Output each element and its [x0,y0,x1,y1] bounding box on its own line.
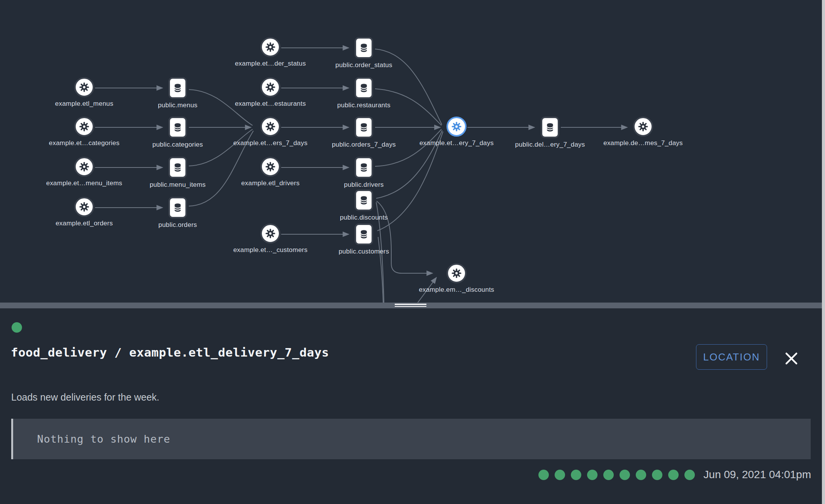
graph-node-menus[interactable]: public.menus [131,77,224,109]
op-node-icon [260,117,280,137]
graph-node-delivery-times[interactable]: example.de…mes_7_days [597,117,689,147]
graph-edges [0,0,825,303]
gear-icon [450,267,463,280]
graph-node-email-discounts[interactable]: example.em…_discounts [410,263,503,294]
database-icon [171,121,184,134]
empty-state-box: Nothing to show here [11,419,811,459]
graph-node-customers[interactable]: public.customers [317,223,410,255]
node-label: example.et…ery_7_days [410,139,503,147]
node-label: example.et…der_status [224,60,317,68]
table-node-icon [355,189,373,211]
run-status-dot[interactable] [603,470,614,480]
last-run-timestamp: Jun 09, 2021 04:01pm [703,468,811,481]
dagit-app: example.etl_menus public.menus example.e… [0,0,825,504]
graph-node-discounts[interactable]: public.discounts [317,189,410,222]
gear-icon [78,160,91,173]
panel-resize-divider[interactable] [0,303,825,308]
gear-icon [264,227,277,240]
status-dot [12,322,22,333]
run-status-dot[interactable] [555,470,565,480]
run-status-dot[interactable] [668,470,679,480]
gear-icon [637,120,650,133]
graph-node-etl-menu-items[interactable]: example.et…menu_items [38,157,131,187]
node-label: example.etl_drivers [224,179,317,187]
graph-node-etl-drivers[interactable]: example.etl_drivers [224,157,317,187]
node-label: example.etl_menus [38,100,131,108]
graph-node-restaurants[interactable]: public.restaurants [317,77,410,109]
gear-icon [264,81,277,94]
op-node-icon [74,157,94,177]
node-label: example.et…menu_items [38,179,131,187]
empty-state-message: Nothing to show here [37,433,170,445]
run-status-dot[interactable] [636,470,646,480]
node-label: public.menus [131,101,224,109]
node-label: public.categories [131,141,224,149]
gear-icon [264,160,277,173]
graph-node-etl-categories[interactable]: example.et…categories [38,117,131,147]
graph-node-etl-orders[interactable]: example.etl_orders [38,197,131,227]
node-label: example.em…_discounts [410,286,503,294]
database-icon [543,121,557,134]
table-node-icon [168,117,187,138]
panel-title: food_delivery / example.etl_delivery_7_d… [11,345,329,359]
run-status-dots [533,470,695,480]
graph-node-order-status[interactable]: public.order_status [317,37,410,69]
run-status-dot[interactable] [587,470,598,480]
node-label: public.discounts [317,214,410,222]
run-status-dot[interactable] [538,470,549,480]
run-status-dot[interactable] [571,470,581,480]
op-node-icon [260,223,280,244]
graph-node-etl-delivery-7-days[interactable]: example.et…ery_7_days [410,117,503,147]
table-node-icon [355,117,373,138]
graph-node-etl-orders-7-days[interactable]: example.et…ers_7_days [224,117,317,147]
database-icon [357,228,370,241]
database-icon [171,81,184,95]
node-label: public.menu_items [131,181,224,189]
node-label: public.orders [131,221,224,229]
recent-runs-row: Jun 09, 2021 04:01pm [533,468,811,481]
gear-icon [78,81,91,94]
close-icon[interactable] [784,352,798,365]
op-node-icon [74,197,94,217]
op-node-icon [74,77,94,97]
database-icon [357,194,370,207]
database-icon [171,161,184,174]
node-label: public.orders_7_days [317,141,410,149]
op-node-icon [74,117,94,137]
run-status-dot[interactable] [620,470,630,480]
graph-node-drivers[interactable]: public.drivers [317,157,410,189]
graph-node-categories[interactable]: public.categories [131,117,224,149]
graph-node-orders[interactable]: public.orders [131,197,224,229]
database-icon [357,121,370,134]
graph-node-etl-restaurants[interactable]: example.et…estaurants [224,77,317,108]
table-node-icon [355,77,373,99]
node-label: example.etl_orders [38,220,131,227]
location-button[interactable]: LOCATION [696,344,767,370]
pipeline-graph-canvas[interactable]: example.etl_menus public.menus example.e… [0,0,825,303]
op-node-icon [260,157,280,177]
graph-node-delivery-7-days[interactable]: public.del…ery_7_days [504,117,596,149]
resize-grip-icon[interactable] [395,304,426,307]
graph-node-etl-customers[interactable]: example.et…_customers [224,223,317,254]
graph-node-etl-menus[interactable]: example.etl_menus [38,77,131,108]
node-label: public.customers [317,248,410,255]
node-label: example.et…categories [38,139,131,147]
table-node-icon [355,37,373,59]
node-label: example.et…ers_7_days [224,139,317,147]
table-node-icon [168,157,187,178]
node-label: example.et…estaurants [224,100,317,108]
run-status-dot[interactable] [684,470,695,480]
graph-node-orders-7-days[interactable]: public.orders_7_days [317,117,410,149]
node-label: public.restaurants [317,101,410,109]
graph-node-menu-items[interactable]: public.menu_items [131,157,224,189]
gear-icon [450,120,463,133]
node-label: public.del…ery_7_days [504,141,596,149]
database-icon [357,81,370,95]
graph-node-etl-order-status[interactable]: example.et…der_status [224,37,317,68]
vertical-scrollbar[interactable] [822,0,825,504]
op-detail-panel: food_delivery / example.etl_delivery_7_d… [0,308,825,504]
table-node-icon [168,77,187,99]
database-icon [357,41,370,54]
run-status-dot[interactable] [652,470,662,480]
op-node-icon [446,117,467,137]
